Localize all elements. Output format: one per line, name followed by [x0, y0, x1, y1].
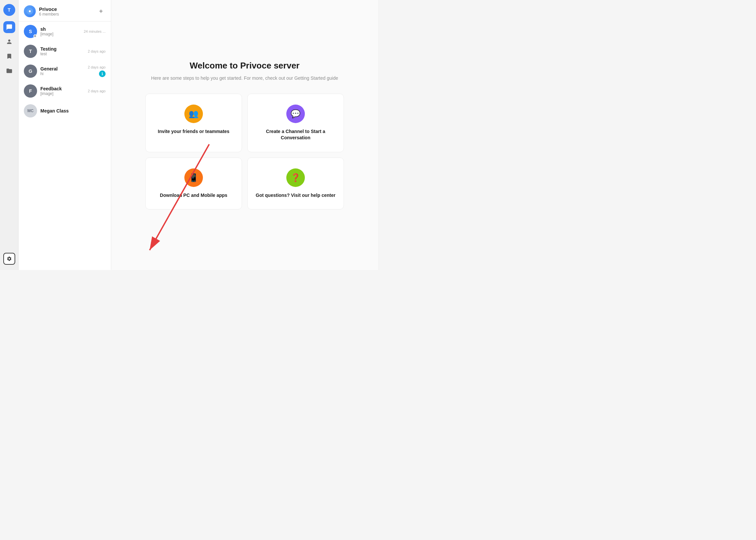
action-card-download[interactable]: 📱Download PC and Mobile apps: [145, 158, 242, 210]
chat-list: Ssh[image]24 minutes ...TTestingtest2 da…: [19, 22, 111, 270]
chat-time-feedback: 2 days ago: [88, 89, 105, 93]
chat-preview-sh: [image]: [40, 32, 80, 36]
folder-nav-icon[interactable]: [3, 65, 15, 77]
chat-item-testing[interactable]: TTestingtest2 days ago: [19, 41, 111, 61]
action-label-create-channel: Create a Channel to Start a Conversation: [255, 128, 336, 141]
sidebar-header: Privoce 6 members +: [19, 0, 111, 22]
server-name: Privoce: [39, 6, 93, 12]
welcome-panel: Welcome to Privoce server Here are some …: [145, 61, 344, 210]
action-label-help: Got questions? Visit our help center: [256, 192, 336, 199]
settings-button[interactable]: [3, 253, 15, 265]
chat-item-sh[interactable]: Ssh[image]24 minutes ...: [19, 22, 111, 41]
action-icon-create-channel: 💬: [286, 104, 305, 123]
chat-item-general[interactable]: GGeneralhi2 days ago1: [19, 61, 111, 81]
chat-nav-icon[interactable]: [3, 21, 15, 33]
bookmark-nav-icon[interactable]: [3, 50, 15, 62]
server-members: 6 members: [39, 12, 93, 17]
chat-meta-testing: 2 days ago: [88, 49, 105, 53]
chat-time-sh: 24 minutes ...: [84, 30, 105, 34]
chat-name-feedback: Feedback: [40, 86, 84, 91]
people-nav-icon[interactable]: [3, 36, 15, 48]
chat-info-megan-class: Megan Class: [40, 108, 102, 113]
server-info: Privoce 6 members: [39, 6, 93, 17]
online-indicator: [34, 34, 37, 38]
icon-rail: T: [0, 0, 19, 270]
chat-time-general: 2 days ago: [88, 65, 105, 69]
rail-bottom: [3, 253, 15, 265]
action-card-help[interactable]: ❓Got questions? Visit our help center: [247, 158, 344, 210]
unread-badge-general: 1: [99, 70, 105, 77]
welcome-title: Welcome to Privoce server: [145, 61, 344, 71]
main-content: Welcome to Privoce server Here are some …: [111, 0, 378, 270]
action-label-invite: Invite your friends or teammates: [158, 128, 229, 135]
svg-point-1: [29, 10, 31, 12]
sidebar: Privoce 6 members + Ssh[image]24 minutes…: [19, 0, 111, 270]
action-icon-invite: 👥: [184, 104, 203, 123]
action-card-create-channel[interactable]: 💬Create a Channel to Start a Conversatio…: [247, 94, 344, 152]
user-avatar[interactable]: T: [3, 4, 15, 16]
chat-info-sh: sh[image]: [40, 27, 80, 36]
chat-avatar-feedback: F: [24, 84, 37, 98]
chat-name-testing: Testing: [40, 46, 84, 52]
chat-avatar-megan-class: MC: [24, 104, 37, 117]
chat-info-testing: Testingtest: [40, 46, 84, 56]
action-grid: 👥Invite your friends or teammates💬Create…: [145, 94, 344, 210]
chat-avatar-general: G: [24, 65, 37, 78]
chat-name-sh: sh: [40, 27, 80, 32]
action-icon-help: ❓: [286, 169, 305, 187]
add-channel-button[interactable]: +: [96, 7, 105, 16]
chat-info-general: Generalhi: [40, 66, 84, 76]
chat-avatar-testing: T: [24, 45, 37, 58]
chat-preview-testing: test: [40, 52, 84, 56]
server-logo-image: [24, 5, 36, 17]
chat-meta-feedback: 2 days ago: [88, 89, 105, 93]
action-label-download: Download PC and Mobile apps: [160, 192, 227, 199]
chat-meta-sh: 24 minutes ...: [84, 30, 105, 34]
chat-time-testing: 2 days ago: [88, 49, 105, 53]
welcome-subtitle: Here are some steps to help you get star…: [145, 75, 344, 82]
chat-name-general: General: [40, 66, 84, 71]
chat-avatar-sh: S: [24, 25, 37, 38]
action-card-invite[interactable]: 👥Invite your friends or teammates: [145, 94, 242, 152]
server-logo: [24, 5, 36, 17]
chat-item-feedback[interactable]: FFeedback[image]2 days ago: [19, 81, 111, 101]
chat-item-megan-class[interactable]: MCMegan Class: [19, 101, 111, 121]
chat-info-feedback: Feedback[image]: [40, 86, 84, 96]
chat-meta-general: 2 days ago1: [88, 65, 105, 77]
action-icon-download: 📱: [184, 169, 203, 187]
chat-name-megan-class: Megan Class: [40, 108, 102, 113]
chat-preview-feedback: [image]: [40, 91, 84, 96]
chat-preview-general: hi: [40, 71, 84, 76]
